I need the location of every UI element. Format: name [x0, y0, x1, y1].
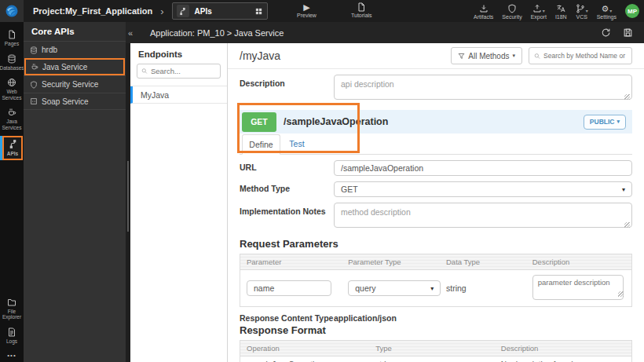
- method-search: [529, 47, 632, 64]
- response-content-type-label: Response Content Type: [240, 313, 334, 323]
- vcs-button[interactable]: ▾ VCS: [576, 3, 588, 20]
- api-icon: [177, 5, 189, 17]
- sidebar-item-java-services[interactable]: Java Services: [0, 106, 24, 132]
- sidebar-item-apis[interactable]: APIs: [2, 136, 23, 160]
- filter-icon: [458, 53, 465, 60]
- column-header-description: Description: [495, 341, 632, 357]
- soap-icon: [30, 97, 38, 105]
- main-content: /myJava All Methods ▾ Description: [228, 43, 644, 362]
- methods-filter-button[interactable]: All Methods ▾: [451, 47, 522, 64]
- preview-button[interactable]: ▶ Preview: [297, 2, 317, 18]
- sidebar-item-file-explorer[interactable]: File Explorer: [0, 296, 24, 322]
- endpoint-item-myjava[interactable]: MyJava: [130, 86, 227, 104]
- visibility-dropdown[interactable]: PUBLIC ▾: [584, 115, 626, 130]
- url-input[interactable]: [334, 160, 632, 176]
- column-header-data-type: Data Type: [440, 254, 526, 270]
- tutorials-label: Tutorials: [351, 13, 372, 18]
- tab-define[interactable]: Define: [242, 134, 280, 155]
- core-apis-title: Core APIs: [24, 22, 126, 41]
- resize-grip-icon[interactable]: [618, 291, 624, 297]
- api-icon: [8, 139, 18, 149]
- grid-icon[interactable]: [254, 4, 263, 18]
- caret-down-icon: ▾: [586, 8, 588, 13]
- method-search-input[interactable]: [543, 52, 627, 60]
- caret-down-icon: ▾: [543, 8, 545, 13]
- column-header-parameter-type: Parameter Type: [342, 254, 440, 270]
- logs-icon: [7, 327, 16, 337]
- save-icon[interactable]: [623, 27, 633, 38]
- endpoints-search-input[interactable]: [151, 67, 216, 75]
- caret-down-icon: ▾: [609, 8, 612, 13]
- core-apis-panel: Core APIs hrdb Java Service Security Ser…: [24, 22, 126, 362]
- project-name-label: Project:My_First_Application: [33, 6, 152, 16]
- response-format-table: Operation Type Description sampleJavaOpe…: [240, 340, 632, 362]
- operation-bar: GET /sampleJavaOperation PUBLIC ▾: [240, 110, 632, 133]
- globe-icon: [7, 78, 16, 87]
- implementation-notes-textarea[interactable]: [334, 203, 632, 228]
- column-header-type: Type: [369, 341, 495, 357]
- response-content-type-value: application/json: [334, 313, 397, 323]
- refresh-icon[interactable]: [601, 27, 611, 38]
- wavemaker-logo-icon: [5, 4, 19, 18]
- tab-test[interactable]: Test: [280, 133, 313, 154]
- parameter-name-input[interactable]: [247, 280, 331, 296]
- http-method-badge[interactable]: GET: [242, 112, 276, 132]
- method-type-label: Method Type: [240, 181, 334, 193]
- download-icon: [479, 4, 488, 13]
- wavemaker-logo[interactable]: [0, 0, 24, 22]
- folder-icon: [7, 298, 16, 307]
- collapse-panel-icon[interactable]: «: [128, 28, 137, 38]
- caret-down-icon: ▾: [512, 53, 515, 59]
- sidebar-item-web-services[interactable]: Web Services: [0, 76, 24, 102]
- search-icon: [141, 68, 148, 75]
- branch-icon: [576, 4, 585, 13]
- shield-icon: [30, 81, 38, 89]
- top-bar: Project:My_First_Application › APIs ▶ Pr…: [0, 0, 644, 22]
- sidebar-item-pages[interactable]: Pages: [0, 28, 24, 49]
- left-sidebar: Pages Databases Web Services Java Servic…: [0, 22, 24, 362]
- translate-icon: [556, 4, 565, 13]
- request-parameters-table: Parameter Parameter Type Data Type Descr…: [240, 254, 632, 307]
- sidebar-item-databases[interactable]: Databases: [0, 53, 24, 73]
- column-header-description: Description: [526, 254, 632, 270]
- column-header-operation: Operation: [240, 341, 370, 357]
- more-options-button[interactable]: •••: [0, 352, 24, 359]
- sidebar-item-logs[interactable]: Logs: [0, 326, 24, 346]
- operation-path: /sampleJavaOperation: [284, 116, 584, 127]
- coffee-icon: [31, 63, 38, 71]
- table-row: sampleJavaOperation string No descriptio…: [240, 357, 632, 362]
- settings-button[interactable]: ⚙▾ Settings: [597, 3, 617, 20]
- resize-grip-icon[interactable]: [624, 222, 630, 228]
- resize-grip-icon[interactable]: [624, 94, 630, 100]
- search-icon: [534, 53, 540, 60]
- core-apis-item-soap-service[interactable]: Soap Service: [24, 93, 126, 110]
- topbar-actions: Artifacts Security ▾ Export I18N ▾ VCS ⚙…: [474, 0, 639, 22]
- core-apis-item-hrdb[interactable]: hrdb: [24, 41, 126, 58]
- description-label: Description: [240, 75, 334, 88]
- scrollbar-thumb[interactable]: [127, 161, 129, 232]
- operation-tabs: Define Test: [240, 133, 632, 155]
- parameter-type-select[interactable]: query ▾: [348, 280, 441, 296]
- tutorials-button[interactable]: Tutorials: [351, 2, 372, 18]
- description-textarea[interactable]: [334, 75, 632, 100]
- url-label: URL: [240, 160, 334, 172]
- caret-down-icon: ▾: [622, 186, 625, 193]
- apis-workspace-tab[interactable]: APIs: [172, 2, 268, 20]
- parameter-description-textarea[interactable]: [532, 275, 624, 300]
- artifacts-button[interactable]: Artifacts: [474, 3, 493, 20]
- tutorials-icon: [357, 2, 366, 12]
- core-apis-item-security-service[interactable]: Security Service: [24, 75, 126, 93]
- i18n-button[interactable]: I18N: [555, 3, 567, 20]
- core-apis-item-java-service[interactable]: Java Service: [24, 58, 125, 75]
- security-button[interactable]: Security: [502, 3, 521, 20]
- response-format-heading: Response Format: [240, 324, 632, 336]
- table-row: query ▾ string: [240, 270, 632, 307]
- implementation-notes-label: Implementation Notes: [240, 203, 334, 216]
- user-avatar[interactable]: MP: [625, 4, 639, 18]
- database-icon: [30, 46, 38, 54]
- caret-down-icon: ▾: [430, 285, 434, 292]
- export-button[interactable]: ▾ Export: [531, 3, 547, 20]
- method-type-select[interactable]: GET ▾: [334, 181, 632, 197]
- description-cell: No description found: [495, 357, 632, 362]
- type-cell: string: [369, 357, 495, 362]
